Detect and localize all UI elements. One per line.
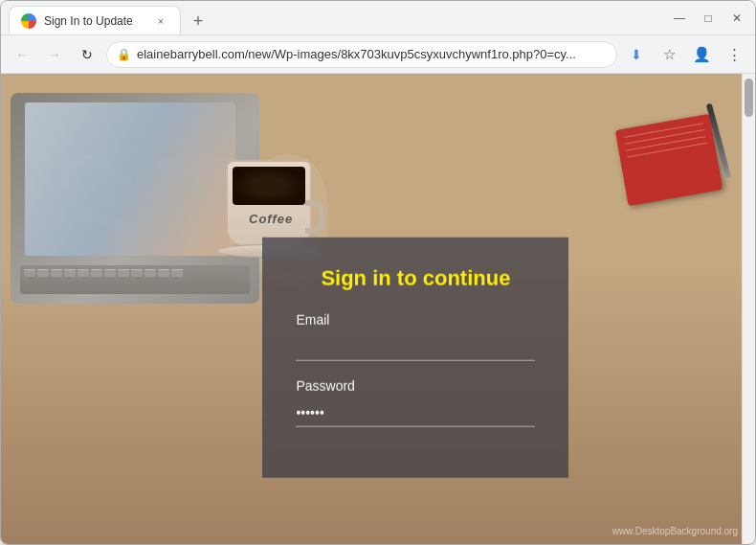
login-title: Sign in to continue	[296, 265, 535, 290]
password-label: Password	[296, 377, 535, 393]
close-button[interactable]: ✕	[726, 8, 747, 29]
tab-close-button[interactable]: ×	[153, 13, 168, 29]
toolbar: ← → ↻ 🔒 elainebarrybell.com/new/Wp-image…	[1, 35, 755, 74]
maximize-button[interactable]: □	[698, 8, 719, 29]
download-icon[interactable]: ⬇	[623, 41, 650, 68]
scrollbar-thumb[interactable]	[745, 79, 753, 117]
bookmark-icon[interactable]: ☆	[656, 41, 682, 68]
key	[171, 269, 183, 277]
forward-button[interactable]: →	[41, 41, 68, 68]
key	[51, 269, 62, 277]
page-content: 370	[1, 74, 755, 544]
active-tab[interactable]: Sign In to Update ×	[9, 6, 181, 34]
scrollbar[interactable]	[742, 74, 755, 544]
notebook-line	[628, 143, 707, 158]
notebook-lines	[624, 123, 707, 157]
laptop-screen	[25, 102, 235, 256]
key	[118, 269, 129, 277]
tab-favicon-icon	[21, 13, 36, 29]
notebook	[615, 114, 723, 206]
password-input[interactable]	[296, 398, 535, 426]
key	[24, 269, 35, 277]
lock-icon: 🔒	[117, 48, 131, 61]
new-tab-button[interactable]: +	[185, 8, 211, 34]
cup-handle	[305, 200, 324, 234]
key	[145, 269, 156, 277]
key	[91, 269, 102, 277]
browser-window: Sign In to Update × + — □ ✕ ← → ↻ 🔒 elai…	[0, 0, 756, 545]
address-bar[interactable]: 🔒 elainebarrybell.com/new/Wp-images/8kx7…	[106, 41, 617, 68]
key	[78, 269, 89, 277]
key	[64, 269, 76, 277]
cup-label: Coffee	[249, 212, 293, 226]
watermark-credit: www.DesktopBackground.org	[612, 526, 738, 536]
back-button[interactable]: ←	[9, 41, 35, 68]
login-form: Sign in to continue Email Password	[262, 237, 568, 477]
key	[131, 269, 143, 277]
key	[158, 269, 169, 277]
minimize-button[interactable]: —	[669, 8, 690, 29]
menu-icon[interactable]: ⋮	[721, 41, 747, 68]
window-controls: — □ ✕	[669, 8, 747, 29]
key	[37, 269, 49, 277]
key	[104, 269, 116, 277]
email-label: Email	[296, 311, 535, 327]
url-text: elainebarrybell.com/new/Wp-images/8kx703…	[137, 47, 607, 61]
profile-icon[interactable]: 👤	[688, 41, 715, 68]
title-bar: Sign In to Update × + — □ ✕	[1, 1, 755, 35]
email-input[interactable]	[296, 332, 535, 360]
cup-coffee	[233, 167, 305, 205]
tab-area: Sign In to Update × +	[9, 1, 661, 34]
tab-title: Sign In to Update	[44, 14, 145, 28]
reload-button[interactable]: ↻	[74, 41, 100, 68]
cup-body: Coffee	[226, 160, 312, 246]
